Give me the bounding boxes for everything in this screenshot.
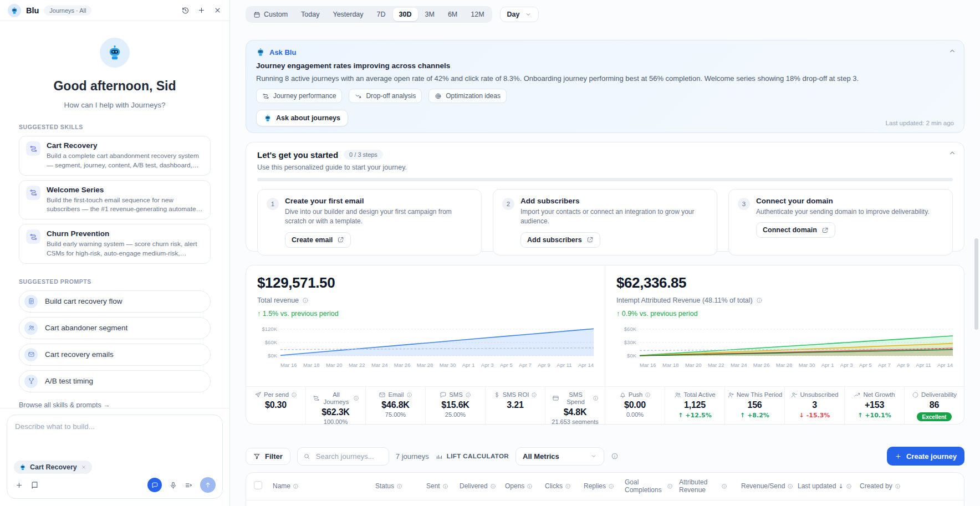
progress-bar [257,178,953,181]
x-tick-label: Mar 22 [708,362,724,368]
composer-box[interactable]: Cart Recovery [7,415,223,499]
collapse-insights-button[interactable] [948,47,956,57]
history-icon[interactable] [181,6,190,14]
getting-started-subtitle: Use this personalized guide to start you… [257,163,953,171]
total-revenue-value: $129,571.50 [257,274,594,292]
insight-chip[interactable]: Drop-off analysis [349,89,422,103]
column-header[interactable]: Replies [584,482,625,490]
column-header[interactable]: Status [375,482,426,490]
column-header[interactable]: Delivered [460,482,505,490]
attach-icon[interactable] [15,481,23,489]
select-all-checkbox[interactable] [254,481,262,489]
info-icon[interactable] [756,297,763,304]
info-icon [442,483,448,489]
info-icon[interactable] [406,392,412,398]
metric-cell: SMS ROI 3.21 [485,387,545,424]
step-number: 3 [738,198,750,210]
filter-button[interactable]: Filter [246,448,290,465]
search-input[interactable] [315,452,383,461]
step-description: Dive into our builder and design your fi… [285,207,472,227]
metric-cell: SMS Spend $4.8K 21,653 segments [545,387,605,424]
x-tick-label: Mar 16 [640,362,656,368]
card-icon [552,395,559,402]
column-header[interactable]: Created by [860,482,925,490]
skill-chip[interactable]: Cart Recovery [14,461,92,474]
prompt-pill[interactable]: Cart recovery emails [19,344,211,366]
info-icon[interactable] [291,392,297,398]
time-range-button[interactable]: 12M [465,8,490,21]
time-range-button[interactable]: Today [295,8,325,21]
time-range-button[interactable]: 30D [393,8,418,21]
column-header[interactable]: Clicks [545,482,584,490]
chat-icon [440,391,447,398]
new-chat-icon[interactable] [197,6,206,14]
metric-label: SMS [449,391,462,398]
info-icon[interactable] [302,297,309,304]
skill-card[interactable]: Churn Prevention Build early warning sys… [19,224,211,264]
composer-input[interactable] [15,422,215,454]
context-badge: Journeys · All [44,6,91,16]
column-header[interactable]: Opens [505,482,545,490]
time-range-button[interactable]: 6M [442,8,463,21]
journey-count: 7 journeys [396,452,429,461]
time-range-button[interactable]: Yesterday [326,8,369,21]
skill-card[interactable]: Welcome Series Build the first-touch ema… [19,180,211,220]
time-range-group: Custom Today Yesterday 7D [246,6,492,23]
table-row[interactable]: Product Launch One- Draft 0 0 0 0 0 0 Fe… [246,500,964,506]
close-panel-icon[interactable] [213,6,222,14]
library-icon[interactable] [30,481,39,489]
prompt-label: Build cart recovery flow [45,297,122,305]
collapse-getting-started-button[interactable] [948,149,956,159]
insight-chip[interactable]: Journey performance [256,89,342,103]
metrics-filter-select[interactable]: All Metrics [515,447,604,466]
lift-calculator[interactable]: LIFT CALCULATOR [436,453,509,460]
info-icon[interactable] [593,395,599,401]
step-action-button[interactable]: Create email [285,232,351,248]
prompt-pill[interactable]: Cart abandoner segment [19,317,211,339]
step-action-button[interactable]: Connect domain [756,222,835,238]
prompt-pill[interactable]: Build cart recovery flow [19,290,211,313]
queue-icon[interactable] [185,481,193,489]
info-icon [293,483,299,489]
column-header[interactable]: Revenue/Send [741,482,798,490]
column-header[interactable]: Name [273,482,375,490]
scrollbar-thumb[interactable] [974,238,978,330]
column-header[interactable]: Sent [426,482,460,490]
info-icon [895,483,901,489]
chat-mode-button[interactable] [147,478,162,492]
metric-cell: All Journeys $62.3K 100.00% [305,387,365,424]
info-icon[interactable] [611,452,619,460]
onboarding-step-card: 2 Add subscribers Import your contacts o… [493,189,717,255]
send-button[interactable] [200,477,216,493]
skill-card[interactable]: Cart Recovery Build a complete cart aban… [19,136,211,176]
info-icon[interactable] [531,392,537,398]
time-range-button[interactable]: 3M [419,8,441,21]
column-header[interactable]: Attributed Revenue [679,478,741,494]
info-icon [846,483,852,489]
time-range-button[interactable]: 7D [371,8,392,21]
metric-value: 86 [930,400,939,410]
x-tick-label: Mar 16 [280,362,297,368]
info-icon[interactable] [645,392,651,398]
chevron-down-icon [590,453,597,459]
y-tick-label: $60K [265,339,277,345]
column-header[interactable]: Last updated ↓ [798,482,860,490]
remove-chip-icon[interactable] [81,464,86,470]
column-header[interactable]: Goal Completions [625,478,679,494]
search-box[interactable] [297,447,389,466]
granularity-select[interactable]: Day [500,7,539,22]
prompt-pill[interactable]: A/B test timing [19,370,211,392]
step-action-button[interactable]: Add subscribers [520,232,600,248]
journey-icon [29,188,38,197]
create-journey-button[interactable]: Create journey [887,447,964,466]
greeting: Good afternoon, Sid [19,79,211,94]
insight-headline: Journey engagement rates improving acros… [256,62,954,70]
info-icon[interactable] [353,395,359,401]
microphone-icon[interactable] [169,481,177,489]
time-range-button[interactable]: Custom [247,8,294,21]
info-icon[interactable] [465,392,471,398]
ask-about-journeys-button[interactable]: Ask about journeys [256,110,348,126]
metric-subvalue: 0.00% [626,411,644,418]
insight-chip[interactable]: Optimization ideas [428,89,507,103]
x-tick-label: Mar 20 [326,362,343,368]
